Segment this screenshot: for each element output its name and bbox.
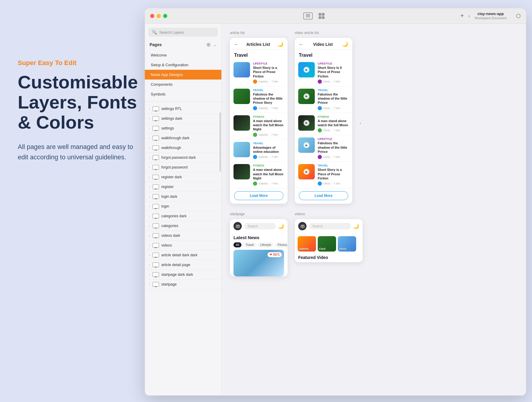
article-meta: Isabella · 7 Min	[253, 106, 284, 110]
page-item-symbols[interactable]: Symbols	[145, 89, 221, 99]
list-item: ▶ FITNESS A man stand alone watch the fu…	[295, 113, 352, 135]
article-info: TRAVEL Short Story is a Piece of Prose F…	[318, 164, 349, 186]
article-tag: FITNESS	[253, 115, 284, 118]
load-more-button[interactable]: Load More	[234, 191, 283, 200]
layer-settings[interactable]: › settings	[145, 124, 221, 133]
layer-walkthrough[interactable]: › walkthrough	[145, 143, 221, 153]
share-icon[interactable]: ⬡	[516, 13, 521, 19]
page-item-components[interactable]: Components	[145, 80, 221, 89]
play-icon[interactable]: ▶	[304, 142, 309, 148]
layer-chevron-icon: ›	[149, 127, 150, 130]
layer-forgot-password-dark[interactable]: › forgot password dark	[145, 153, 221, 163]
layer-chevron-icon: ›	[149, 195, 150, 198]
search-pill[interactable]: Search	[244, 223, 276, 229]
article-thumb-wrap: ▶	[298, 115, 315, 131]
back-icon[interactable]: ←	[299, 42, 304, 47]
search-bar[interactable]: 🔍 Search Layers	[148, 28, 218, 37]
layer-login-dark[interactable]: › login dark	[145, 192, 221, 202]
article-title: Advantages of online education	[253, 145, 284, 154]
article-title: Fabulous the shadow of the little Prince	[318, 141, 349, 154]
layer-startpage[interactable]: › startpage	[145, 280, 221, 289]
layer-article-detail-page[interactable]: › article detail page	[145, 260, 221, 270]
load-more-button[interactable]: Load More	[299, 191, 348, 200]
dark-mode-icon[interactable]: 🌙	[342, 41, 348, 47]
nav-chevron[interactable]: ›	[468, 14, 470, 18]
layer-chevron-icon: ›	[149, 117, 150, 120]
play-icon[interactable]: ▶	[304, 93, 309, 99]
layer-settings-rtl[interactable]: › settings RTL	[145, 104, 221, 114]
layer-videos[interactable]: › videos	[145, 241, 221, 250]
article-meta: Isabella · 7 Min	[253, 181, 284, 186]
article-meta: Olivia · 7 Min	[318, 155, 349, 159]
layer-categories-dark[interactable]: › categories dark	[145, 211, 221, 221]
back-icon[interactable]: ←	[234, 42, 239, 47]
dark-mode-icon[interactable]: 🌙	[353, 223, 359, 229]
maximize-button[interactable]	[163, 14, 167, 18]
hero-subtitle: Super Easy To Edit	[18, 59, 145, 67]
add-button[interactable]: +	[460, 12, 464, 19]
screen-icon	[153, 116, 159, 121]
play-icon[interactable]: ▶	[304, 120, 309, 126]
layer-article-detail-dark[interactable]: › article detail dark dark	[145, 250, 221, 260]
layer-chevron-icon: ›	[149, 224, 150, 228]
article-info: TRAVEL Advantages of online education Is…	[253, 142, 284, 159]
filter-lifestyle[interactable]: Lifestyle	[258, 242, 274, 247]
pages-chevron[interactable]: ⌄	[213, 42, 217, 47]
page-item-welcome[interactable]: Welcome	[145, 50, 221, 60]
layer-startpage-dark[interactable]: › startpage dark dark	[145, 270, 221, 280]
title-bar-right: + › clay-news-app Workspace Document ⬡	[460, 12, 521, 20]
layer-chevron-icon: ›	[149, 214, 150, 218]
article-info: TRAVEL Fabulous the shadow of the little…	[318, 89, 349, 110]
like-count-badge[interactable]: ❤ 3571	[267, 252, 282, 257]
video-thumb-isabella[interactable]: Isabella	[298, 236, 316, 252]
article-meta: Isabella · 7 Min	[253, 133, 284, 137]
add-page-button[interactable]: ⊕	[206, 41, 211, 48]
video-thumb-clark[interactable]: Clark	[318, 236, 336, 252]
layer-settings-dark[interactable]: › settings dark	[145, 114, 221, 124]
search-input[interactable]: Search Layers	[159, 30, 184, 35]
layer-register[interactable]: › register	[145, 182, 221, 192]
article-list-heading: Travel	[230, 50, 288, 60]
close-button[interactable]	[150, 14, 154, 18]
layer-register-dark[interactable]: › register dark	[145, 172, 221, 182]
layer-chevron-icon: ›	[149, 175, 150, 179]
layers-icon[interactable]	[303, 12, 313, 20]
app-logo: 🦝	[233, 222, 242, 230]
overflow-indicator: ›	[359, 31, 368, 204]
thumb-label: Isabella	[299, 247, 309, 250]
page-item-setup[interactable]: Setup & Configuration	[145, 60, 221, 70]
page-item-news[interactable]: News App Designs	[145, 70, 221, 80]
dark-mode-icon[interactable]: 🌙	[278, 41, 283, 47]
svg-rect-0	[306, 14, 310, 15]
screen-icon	[153, 253, 159, 257]
grid-icon[interactable]	[319, 13, 325, 19]
video-article-list-section: video article list ← Video List 🌙 Travel	[295, 31, 352, 204]
filter-fitness[interactable]: Fitness	[275, 242, 288, 247]
list-item: FITNESS A man stand alone watch the full…	[230, 162, 288, 188]
title-bar: + › clay-news-app Workspace Document ⬡	[145, 8, 526, 24]
screen-icon	[153, 184, 159, 189]
play-icon[interactable]: ▶	[304, 169, 309, 175]
layer-videos-dark[interactable]: › videos dark	[145, 231, 221, 241]
article-list-title: Articles List	[246, 42, 270, 47]
video-thumb-olivia[interactable]: Olivia	[338, 236, 356, 252]
play-icon[interactable]: ▶	[304, 67, 309, 73]
pages-header: Pages ⊕ ⌄	[145, 40, 221, 50]
search-pill[interactable]: Search	[309, 223, 351, 229]
author-avatar	[318, 106, 322, 110]
filter-all[interactable]: All	[233, 242, 241, 247]
videos-label: videos	[295, 212, 363, 216]
list-item: TRAVEL Advantages of online education Is…	[230, 140, 288, 162]
list-item: ▶ LIFESTYLE Fabulous the shadow of the l…	[295, 135, 352, 162]
article-thumb-wrap: ▶	[298, 164, 315, 179]
minimize-button[interactable]	[157, 14, 161, 18]
sidebar-scrollbar[interactable]	[220, 112, 221, 171]
layer-walkthrough-dark[interactable]: › walkthrough dark	[145, 133, 221, 143]
news-filters: All Travel Lifestyle Fitness Education	[230, 242, 288, 250]
layer-forgot-password[interactable]: › forgot password	[145, 163, 221, 172]
dark-mode-icon[interactable]: 🌙	[278, 223, 284, 229]
layer-categories[interactable]: › categories	[145, 221, 221, 231]
screen-icon	[153, 126, 159, 131]
layer-login[interactable]: › login	[145, 202, 221, 211]
filter-travel[interactable]: Travel	[243, 242, 256, 247]
